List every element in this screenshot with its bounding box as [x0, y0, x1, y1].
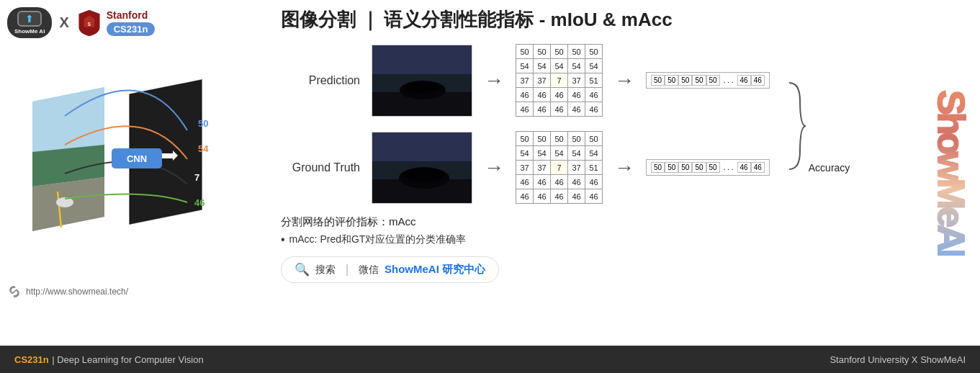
flatten-cell: 50 — [651, 75, 665, 86]
svg-point-28 — [404, 168, 444, 182]
search-icon: 🔍 — [295, 262, 310, 277]
table-row: 373773751 — [516, 161, 603, 175]
gt-flatten: 50 50 50 50 50 . . . 46 46 — [646, 159, 770, 176]
gt-arrow2-icon: → — [614, 156, 634, 179]
svg-point-6 — [56, 197, 73, 207]
stanford-name: Stanford — [107, 9, 156, 21]
stanford-text: Stanford CS231n — [107, 9, 156, 36]
svg-text:7: 7 — [194, 172, 199, 183]
logo-arrow-icon: ⬆ — [25, 13, 34, 24]
middle-section: 图像分割 ｜ 语义分割性能指标 - mIoU & mAcc Prediction — [266, 0, 922, 346]
accuracy-group: Accuracy — [783, 162, 850, 174]
bottom-left: CS231n | Deep Learning for Computer Visi… — [14, 353, 204, 366]
svg-point-22 — [405, 81, 441, 93]
cnn-diagram: CNN 50 54 7 46 — [11, 44, 256, 282]
showmeai-text: ShowMe AI — [14, 28, 45, 35]
search-divider: ｜ — [341, 262, 353, 277]
flatten-cell: 46 — [737, 75, 751, 86]
table-row: 5454545454 — [516, 59, 603, 73]
bullet-text: mAcc: Pred和GT对应位置的分类准确率 — [289, 233, 467, 246]
flatten-cell: 50 — [651, 162, 665, 173]
flatten-cell: 50 — [678, 75, 692, 86]
left-section: ⬆ ShowMe AI X S Stanford CS231n — [0, 0, 266, 346]
flatten-cell: 50 — [665, 162, 678, 173]
cs231n-badge: CS231n — [107, 22, 156, 36]
flatten-cell: 50 — [706, 75, 720, 86]
flatten-cell: 50 — [692, 75, 706, 86]
url-text[interactable]: http://www.showmeai.tech/ — [26, 287, 128, 297]
svg-text:CNN: CNN — [127, 153, 147, 164]
bottom-bar: CS231n | Deep Learning for Computer Visi… — [0, 346, 980, 373]
search-box[interactable]: 🔍 搜索 ｜ 微信 ShowMeAI 研究中心 — [281, 256, 499, 283]
watermark-text: ShowMeAI — [930, 90, 973, 256]
ground-truth-image — [372, 132, 472, 204]
gt-image-svg — [372, 132, 472, 204]
gt-matrix: 5050505050 5454545454 373773751 46464646… — [516, 131, 603, 204]
pred-image-svg — [372, 45, 472, 117]
search-label1: 搜索 — [315, 264, 336, 277]
watermark-section: ShowMeAI — [922, 0, 980, 346]
gt-arrow-icon: → — [484, 156, 504, 179]
bottom-rest-text: | Deep Learning for Computer Vision — [52, 354, 204, 365]
showmeai-logo: ⬆ ShowMe AI — [7, 7, 52, 38]
flatten-dots: . . . — [720, 163, 737, 172]
svg-rect-24 — [372, 132, 472, 161]
prediction-image — [372, 45, 472, 117]
flatten-cell: 50 — [665, 75, 678, 86]
table-row: 4646464646 — [516, 88, 603, 102]
table-row: 4646464646 — [516, 189, 603, 204]
pred-arrow2-icon: → — [614, 69, 634, 92]
ground-truth-row: Ground Truth → — [281, 131, 908, 204]
svg-text:46: 46 — [194, 197, 204, 208]
svg-rect-18 — [372, 45, 472, 74]
search-label2: 微信 — [359, 264, 379, 277]
flatten-dots: . . . — [720, 76, 737, 85]
table-row: 373773751 — [516, 73, 603, 88]
bottom-cs-text: CS231n — [14, 354, 49, 365]
prediction-label: Prediction — [281, 74, 360, 87]
pred-flatten: 50 50 50 50 50 . . . 46 46 — [646, 72, 770, 89]
eval-label: 分割网络的评价指标：mAcc — [281, 215, 908, 229]
bottom-right: Stanford University X ShowMeAI — [830, 353, 966, 366]
table-row: 5050505050 — [516, 45, 603, 59]
table-row: 5050505050 — [516, 132, 603, 146]
link-icon — [7, 284, 22, 299]
table-row: 4646464646 — [516, 175, 603, 189]
logo-icon-box: ⬆ — [17, 11, 42, 27]
svg-line-16 — [12, 289, 17, 294]
brace-svg — [786, 79, 807, 173]
url-section: http://www.showmeai.tech/ — [7, 284, 128, 299]
diagram-rows: Prediction → — [281, 44, 908, 204]
svg-text:50: 50 — [198, 118, 208, 129]
stanford-logo: S Stanford CS231n — [76, 9, 156, 37]
flatten-cell: 50 — [692, 162, 706, 173]
x-separator: X — [59, 14, 68, 31]
table-row: 4646464646 — [516, 102, 603, 117]
pred-matrix: 5050505050 5454545454 373773751 46464646… — [516, 44, 603, 117]
table-row: 5454545454 — [516, 146, 603, 161]
prediction-row: Prediction → — [281, 44, 908, 117]
stanford-shield-icon: S — [76, 9, 102, 37]
bottom-right-text: Stanford University X ShowMeAI — [830, 354, 966, 365]
flatten-cell: 46 — [751, 75, 765, 86]
accuracy-label: Accuracy — [809, 162, 850, 174]
cnn-diagram-svg: CNN 50 54 7 46 — [11, 44, 256, 282]
flatten-cell: 46 — [751, 162, 765, 173]
svg-text:S: S — [88, 21, 91, 26]
ground-truth-label: Ground Truth — [281, 161, 360, 174]
pred-arrow-icon: → — [484, 69, 504, 92]
flatten-cell: 50 — [678, 162, 692, 173]
search-brand: ShowMeAI 研究中心 — [385, 263, 485, 277]
flatten-cell: 46 — [737, 162, 751, 173]
page-title: 图像分割 ｜ 语义分割性能指标 - mIoU & mAcc — [281, 7, 908, 32]
flatten-cell: 50 — [706, 162, 720, 173]
svg-text:54: 54 — [198, 143, 209, 154]
bullet-item: • mAcc: Pred和GT对应位置的分类准确率 — [281, 233, 908, 246]
bullet-icon: • — [281, 233, 285, 246]
logo-bar: ⬆ ShowMe AI X S Stanford CS231n — [7, 7, 155, 38]
bottom-text: 分割网络的评价指标：mAcc • mAcc: Pred和GT对应位置的分类准确率 — [281, 215, 908, 246]
